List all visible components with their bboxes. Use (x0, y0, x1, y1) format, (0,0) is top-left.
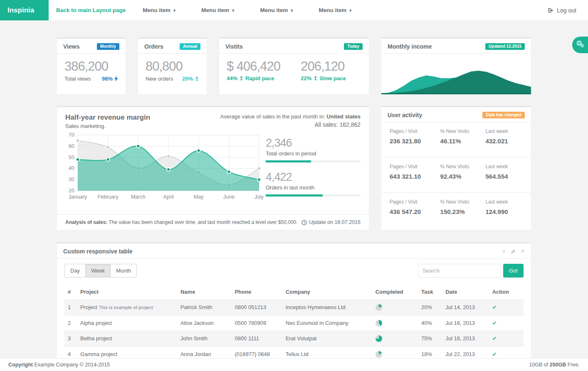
collapse-icon[interactable]: ∧ (502, 248, 506, 254)
user-activity-panel: User activity Data has changed Pages / V… (381, 106, 531, 230)
orders-label: New orders (146, 76, 173, 82)
analysis-title: Analysis of sales: (65, 219, 107, 225)
brand-logo[interactable]: Inspinia (0, 0, 49, 20)
activity-row: Pages / Visit436 547.20 % New Visits150.… (381, 193, 531, 228)
check-icon[interactable]: ✔ (492, 335, 497, 342)
caret-down-icon: ▾ (291, 8, 293, 13)
wrench-icon[interactable] (511, 249, 516, 254)
sign-out-icon (548, 7, 553, 13)
projects-table: # Project Name Phone Company Completed T… (64, 284, 524, 362)
table-header-row: # Project Name Phone Company Completed T… (64, 284, 524, 300)
visits-left-value: $ 406,420 (227, 59, 301, 74)
completed-pie (376, 304, 382, 311)
update-date: Update on 16.07.2015 (309, 219, 361, 225)
visits-left-metric: 44% (227, 75, 237, 81)
visits-card-title: Vistits (225, 43, 243, 50)
search-input[interactable] (418, 264, 501, 278)
svg-text:70: 70 (69, 132, 74, 138)
search-go-button[interactable]: Go! (503, 264, 524, 278)
analysis-text: The value has been changed over time, an… (109, 219, 298, 225)
orders-card-title: Orders (144, 43, 163, 50)
orders-month-progress (266, 194, 361, 197)
caret-down-icon: ▾ (232, 8, 235, 13)
activity-row: Pages / Visit643 321.10 % New Visits92.4… (381, 157, 531, 193)
views-card: Views Monthly 386,200 Total views 98% (57, 37, 126, 94)
back-to-layout-link[interactable]: Back to main Layout page (56, 7, 126, 13)
table-row: 1 Project This is example of project Pat… (64, 300, 524, 315)
views-card-title: Views (63, 43, 79, 50)
menu-item-3[interactable]: Menu item ▾ (251, 7, 301, 13)
logout-button[interactable]: Log out (548, 0, 576, 20)
income-badge: Updated 12.2015 (485, 43, 525, 50)
caret-down-icon: ▾ (349, 8, 352, 13)
monthly-income-chart (381, 54, 531, 94)
monthly-income-card: Monthly income Updated 12.2015 (381, 37, 531, 94)
filter-month-button[interactable]: Month (110, 264, 137, 278)
svg-text:May: May (194, 194, 204, 200)
filter-day-button[interactable]: Day (64, 264, 86, 278)
level-up-icon: ↥ (195, 76, 199, 82)
footer-storage-bold: 250GB (550, 362, 566, 368)
avg-sales-label: Average value of sales in the past month… (220, 113, 325, 120)
revenue-panel: Half-year revenue margin Sales marketing… (57, 106, 369, 230)
clock-icon (301, 220, 307, 225)
revenue-title: Half-year revenue margin (65, 113, 150, 122)
svg-text:20: 20 (69, 188, 74, 194)
orders-month-label: Orders in last month (266, 184, 361, 191)
visits-right-label: Slow pace (319, 75, 346, 81)
gear-icon: ⚙ (580, 43, 584, 49)
completed-pie (376, 335, 382, 342)
svg-text:February: February (98, 194, 119, 200)
avg-sales-country: United states (326, 113, 361, 120)
period-filter-group: Day Week Month (64, 264, 137, 278)
orders-value: 80,800 (146, 59, 199, 74)
visits-left-label: Rapid pace (245, 75, 274, 81)
filter-week-button[interactable]: Week (85, 264, 111, 278)
check-icon[interactable]: ✔ (492, 320, 497, 326)
orders-period-progress (266, 160, 361, 162)
menu-item-4[interactable]: Menu item ▾ (310, 7, 360, 13)
svg-text:50: 50 (69, 155, 74, 160)
views-label: Total views (64, 76, 91, 82)
svg-text:June: June (223, 194, 235, 200)
table-panel-title: Custom responsive table (63, 248, 133, 255)
check-icon[interactable]: ✔ (492, 304, 497, 310)
bolt-icon (114, 76, 118, 81)
svg-text:April: April (163, 194, 173, 200)
views-badge: Monthly (97, 43, 119, 50)
orders-period-value: 2,346 (266, 137, 361, 150)
data-changed-badge: Data has changed (482, 112, 525, 118)
check-icon[interactable]: ✔ (492, 351, 497, 357)
table-row: 2 Alpha project Alice Jackson 0500 78090… (64, 315, 524, 331)
page-footer: Copyright Example Company © 2014-2015 10… (0, 358, 588, 371)
views-metric: 98% (102, 76, 113, 82)
user-activity-title: User activity (388, 112, 422, 118)
visits-card: Vistits Today $ 406,420 44%↥Rapid pace 2… (219, 37, 369, 94)
level-up-icon: ↥ (239, 75, 244, 81)
page-wrapper: Views Monthly 386,200 Total views 98% Or… (0, 21, 588, 367)
completed-pie (376, 351, 382, 358)
caret-down-icon: ▾ (173, 8, 176, 13)
revenue-chart: 203040506070JanuaryFebruaryMarchAprilMay… (65, 132, 262, 214)
table-row: 3 Betha project John Smith 0800 1111 Era… (64, 331, 524, 346)
svg-text:40: 40 (69, 165, 74, 171)
menu-item-2[interactable]: Menu item ▾ (193, 7, 243, 13)
level-up-icon: ↥ (313, 75, 318, 81)
visits-right-value: 206,120 (301, 59, 361, 74)
orders-period-label: Total orders in period (266, 150, 361, 157)
visits-right-metric: 22% (301, 75, 311, 81)
close-icon[interactable]: ✕ (521, 248, 525, 254)
svg-text:60: 60 (69, 143, 74, 149)
orders-month-value: 4,422 (266, 171, 361, 184)
income-card-title: Monthly income (388, 43, 432, 50)
nav-links: Back to main Layout page Menu item ▾ Men… (49, 0, 361, 20)
orders-metric: 20% (182, 76, 193, 82)
svg-text:30: 30 (69, 177, 74, 182)
footer-copyright-text: Example Company © 2014-2015 (35, 362, 110, 368)
completed-pie (376, 320, 382, 327)
menu-item-1[interactable]: Menu item ▾ (134, 7, 184, 13)
responsive-table-panel: Custom responsive table ∧ ✕ Day Week Mon… (57, 242, 531, 367)
top-navbar: Inspinia Back to main Layout page Menu i… (0, 0, 588, 21)
visits-badge: Today (344, 43, 363, 50)
theme-settings-button[interactable]: ⚙ ⚙ (572, 37, 588, 53)
